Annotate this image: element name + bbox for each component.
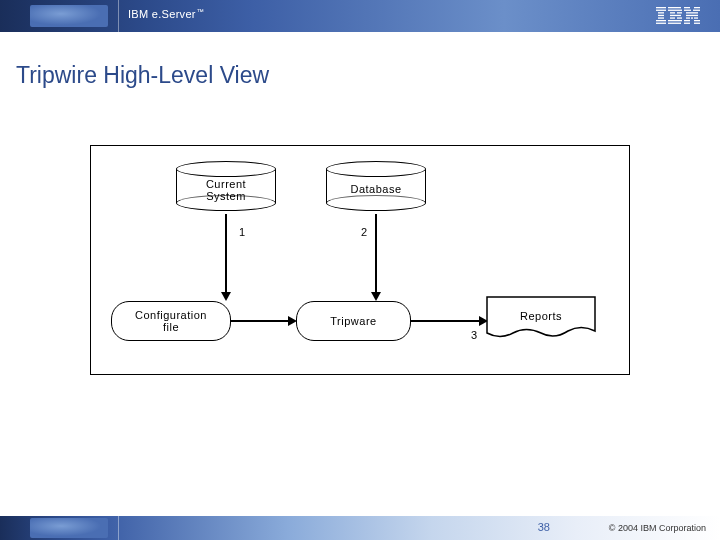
brand-label: IBM e.Server™ <box>128 8 204 20</box>
svg-rect-5 <box>656 20 666 21</box>
svg-rect-3 <box>658 15 664 16</box>
svg-rect-26 <box>684 20 690 21</box>
svg-rect-6 <box>656 23 666 24</box>
svg-rect-9 <box>670 12 675 13</box>
arrow-line <box>225 214 227 299</box>
svg-rect-22 <box>686 15 698 16</box>
brand-text: IBM e.Server <box>128 8 196 20</box>
arrow-line <box>375 214 377 299</box>
diagram-container: Current System Database 1 2 Configuratio… <box>90 145 630 375</box>
reports-label: Reports <box>486 310 596 322</box>
tripware-box: Tripware <box>296 301 411 341</box>
svg-rect-13 <box>677 17 682 18</box>
svg-rect-11 <box>670 15 681 16</box>
config-file-box: Configuration file <box>111 301 231 341</box>
step-number-2: 2 <box>361 226 367 238</box>
current-system-label: Current System <box>176 178 276 202</box>
svg-rect-14 <box>668 20 682 21</box>
header-accent-box <box>30 5 108 27</box>
svg-rect-17 <box>694 7 700 8</box>
step-number-3: 3 <box>471 329 477 341</box>
database-cylinder: Database <box>326 161 426 211</box>
svg-rect-10 <box>677 12 682 13</box>
svg-rect-8 <box>668 10 682 11</box>
page-number: 38 <box>538 521 550 533</box>
arrowhead-icon <box>371 292 381 301</box>
slide-footer: 38 © 2004 IBM Corporation <box>0 516 720 540</box>
slide-header: IBM e.Server™ <box>0 0 720 32</box>
svg-rect-18 <box>684 10 691 11</box>
svg-rect-16 <box>684 7 690 8</box>
svg-rect-25 <box>694 17 698 18</box>
copyright-text: © 2004 IBM Corporation <box>609 523 706 533</box>
svg-rect-7 <box>668 7 681 8</box>
svg-rect-27 <box>694 20 700 21</box>
svg-rect-24 <box>691 17 693 18</box>
current-system-cylinder: Current System <box>176 161 276 211</box>
svg-rect-28 <box>684 23 690 24</box>
footer-accent-box <box>30 518 108 538</box>
svg-rect-23 <box>686 17 690 18</box>
svg-rect-15 <box>668 23 681 24</box>
arrowhead-icon <box>221 292 231 301</box>
header-separator <box>118 0 119 32</box>
tripware-label: Tripware <box>330 315 376 327</box>
trademark-icon: ™ <box>197 8 204 15</box>
arrow-line <box>411 320 486 322</box>
svg-rect-0 <box>656 7 666 8</box>
database-label: Database <box>326 183 426 195</box>
arrow-line <box>231 320 295 322</box>
svg-rect-20 <box>686 12 692 13</box>
ibm-logo-icon <box>656 7 700 29</box>
svg-rect-21 <box>692 12 698 13</box>
reports-document: Reports <box>486 296 596 341</box>
svg-rect-4 <box>658 17 664 18</box>
svg-rect-1 <box>656 10 666 11</box>
svg-rect-2 <box>658 12 664 13</box>
svg-rect-19 <box>693 10 700 11</box>
config-file-label: Configuration file <box>135 309 207 333</box>
footer-separator <box>118 516 119 540</box>
svg-rect-12 <box>670 17 675 18</box>
svg-rect-29 <box>694 23 700 24</box>
step-number-1: 1 <box>239 226 245 238</box>
page-title: Tripwire High-Level View <box>16 62 269 89</box>
